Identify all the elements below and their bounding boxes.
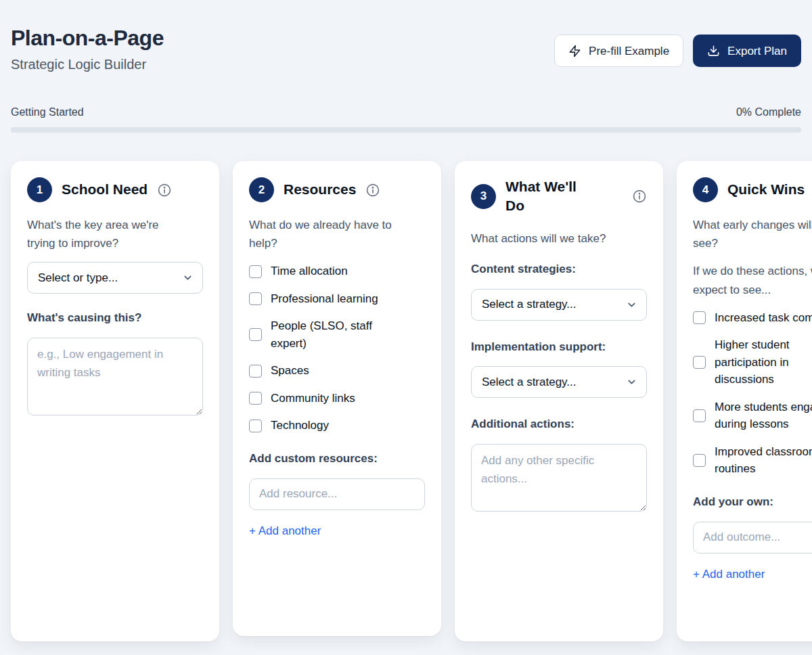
resource-option-label: Professional learning [271, 290, 378, 308]
content-strategy-select[interactable]: Select a strategy... [471, 289, 647, 321]
resources-checkbox-list: Time allocation Professional learning Pe… [249, 263, 425, 434]
resource-option-row[interactable]: Professional learning [249, 290, 425, 308]
card-header: 2 Resources [249, 177, 425, 202]
outcome-option-row[interactable]: Higher student participation in discussi… [693, 336, 812, 388]
outcome-checkbox[interactable] [693, 356, 706, 369]
card-title-what-well-do: What We'll Do [505, 177, 585, 216]
cause-textarea[interactable] [27, 338, 203, 415]
resource-option-row[interactable]: Time allocation [249, 263, 425, 280]
download-icon [707, 45, 720, 58]
quickwins-hint-label: If we do these actions, we expect to see… [693, 262, 812, 298]
prefill-example-button[interactable]: Pre-fill Example [554, 35, 683, 67]
need-question-label: What's the key area we're trying to impr… [27, 216, 173, 252]
step-4-badge: 4 [693, 177, 718, 202]
progress-labels: Getting Started 0% Complete [11, 106, 801, 118]
content-strategy-select-value: Select a strategy... [482, 298, 577, 311]
plan-on-a-page-app: Plan-on-a-Page Strategic Logic Builder P… [0, 0, 812, 641]
outcome-option-row[interactable]: More students engaged during lessons [693, 399, 812, 433]
actions-question-label: What actions will we take? [471, 229, 647, 248]
resource-option-label: People (SLSO, staff expert) [271, 317, 406, 352]
step-1-badge: 1 [27, 177, 52, 202]
implementation-support-select-value: Select a strategy... [482, 376, 577, 389]
add-outcome-input[interactable] [693, 522, 812, 554]
page-subtitle: Strategic Logic Builder [11, 57, 164, 72]
card-header: 3 What We'll Do [471, 177, 647, 216]
resource-option-row[interactable]: People (SLSO, staff expert) [249, 317, 425, 352]
add-resource-input[interactable] [249, 478, 425, 510]
implementation-support-label: Implementation support: [471, 339, 647, 355]
progress-bar [11, 127, 801, 133]
outcome-checkbox[interactable] [693, 409, 706, 422]
export-plan-label: Export Plan [727, 45, 787, 57]
resource-checkbox[interactable] [249, 328, 262, 341]
custom-resources-label: Add custom resources: [249, 451, 425, 467]
resource-checkbox[interactable] [249, 292, 262, 305]
outcome-option-row[interactable]: Improved classroom routines [693, 443, 812, 478]
need-select[interactable]: Select or type... [27, 262, 203, 294]
header-actions: Pre-fill Example Export Plan [554, 26, 801, 67]
additional-actions-label: Additional actions: [471, 416, 647, 432]
info-icon[interactable] [365, 183, 380, 198]
step-2-badge: 2 [249, 177, 274, 202]
outcome-checkbox[interactable] [693, 454, 706, 467]
additional-actions-textarea[interactable] [471, 444, 647, 512]
outcome-option-label: More students engaged during lessons [715, 399, 812, 433]
resource-option-row[interactable]: Spaces [249, 362, 425, 380]
resource-checkbox[interactable] [249, 392, 262, 405]
add-your-own-label: Add your own: [693, 494, 812, 510]
header: Plan-on-a-Page Strategic Logic Builder P… [11, 0, 801, 72]
outcome-option-label: Higher student participation in discussi… [715, 336, 812, 388]
progress-stage-label: Getting Started [11, 106, 84, 118]
resource-option-label: Spaces [271, 362, 309, 380]
progress-percent-label: 0% Complete [736, 106, 801, 118]
outcomes-checkbox-list: Increased task completion Higher student… [693, 309, 812, 478]
implementation-support-select[interactable]: Select a strategy... [471, 366, 647, 398]
step-3-badge: 3 [471, 184, 496, 209]
page-title: Plan-on-a-Page [11, 26, 164, 51]
chevron-down-icon [626, 299, 637, 311]
outcome-option-row[interactable]: Increased task completion [693, 309, 812, 327]
info-icon[interactable] [632, 189, 647, 204]
outcome-checkbox[interactable] [693, 311, 706, 324]
resource-option-label: Community links [271, 390, 355, 407]
title-block: Plan-on-a-Page Strategic Logic Builder [11, 26, 164, 72]
resource-option-label: Time allocation [271, 263, 348, 280]
card-header: 1 School Need [27, 177, 203, 202]
plan-columns: 1 School Need What's the key area we're … [11, 161, 812, 641]
lightning-icon [568, 45, 581, 58]
export-plan-button[interactable]: Export Plan [693, 35, 801, 67]
card-quick-wins: 4 Quick Wins What early changes will we … [677, 161, 812, 641]
chevron-down-icon [626, 376, 637, 388]
resources-question-label: What do we already have to help? [249, 216, 395, 252]
add-another-resource-button[interactable]: + Add another [249, 524, 321, 538]
card-header: 4 Quick Wins [693, 177, 812, 202]
need-select-value: Select or type... [38, 271, 118, 285]
resource-option-label: Technology [271, 417, 329, 434]
card-title-quick-wins: Quick Wins [727, 180, 805, 199]
quickwins-question-label: What early changes will we see? [693, 216, 812, 252]
resource-checkbox[interactable] [249, 265, 262, 278]
outcome-option-label: Improved classroom routines [715, 443, 812, 478]
card-resources: 2 Resources What do we already have to h… [233, 161, 441, 636]
resource-checkbox[interactable] [249, 420, 262, 432]
content-strategies-label: Content strategies: [471, 261, 647, 277]
outcome-option-label: Increased task completion [715, 309, 812, 327]
chevron-down-icon [182, 272, 194, 284]
resource-option-row[interactable]: Community links [249, 390, 425, 407]
resource-option-row[interactable]: Technology [249, 417, 425, 434]
card-school-need: 1 School Need What's the key area we're … [11, 161, 219, 641]
cause-label: What's causing this? [27, 310, 203, 326]
resource-checkbox[interactable] [249, 365, 262, 378]
info-icon[interactable] [157, 183, 172, 198]
card-title-school-need: School Need [62, 180, 148, 199]
card-title-resources: Resources [284, 180, 356, 199]
prefill-example-label: Pre-fill Example [589, 45, 669, 57]
card-what-well-do: 3 What We'll Do What actions will we tak… [455, 161, 663, 641]
add-another-outcome-button[interactable]: + Add another [693, 568, 765, 581]
